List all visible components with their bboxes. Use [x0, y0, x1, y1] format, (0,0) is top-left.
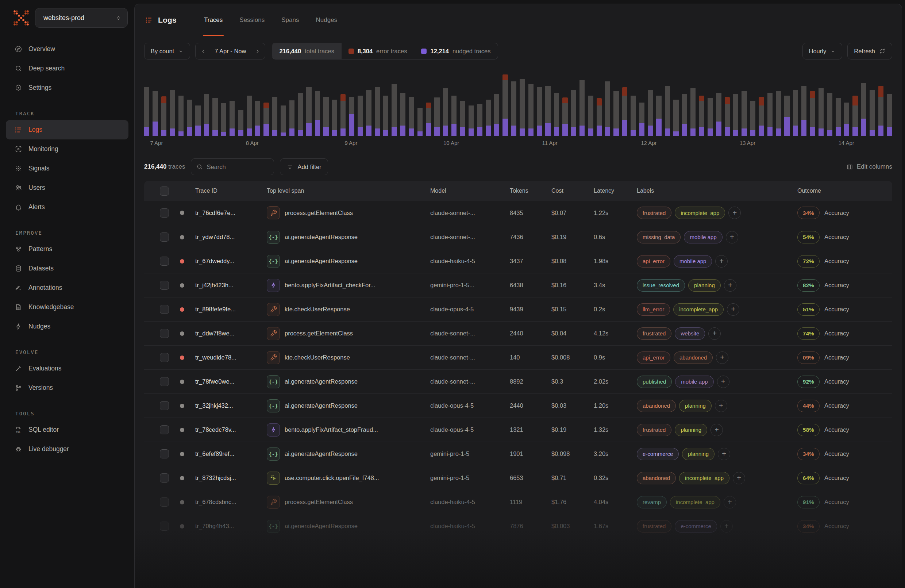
chart-bar[interactable]	[767, 66, 773, 136]
chart-bar[interactable]	[784, 66, 789, 136]
sidebar-item-sql-editor[interactable]: SQLSQL editor	[6, 420, 129, 439]
table-row[interactable]: tr_weudide78...kte.checkUserResponseclau…	[144, 345, 892, 369]
chart-bar[interactable]	[451, 66, 457, 136]
chart-bar[interactable]	[630, 66, 636, 136]
sidebar-item-knowledgebase[interactable]: Knowledgebase	[6, 297, 129, 317]
chart-bar[interactable]	[819, 66, 824, 136]
chart-bar[interactable]	[502, 66, 508, 136]
label-chip[interactable]: llm_error	[637, 303, 670, 316]
chart-bar[interactable]	[776, 66, 781, 136]
label-chip[interactable]: planning	[679, 400, 711, 412]
sidebar-item-live-debugger[interactable]: Live debugger	[6, 439, 129, 459]
chart-bar[interactable]	[178, 66, 184, 136]
add-label-button[interactable]: +	[720, 520, 733, 532]
chart-bar[interactable]	[264, 66, 268, 136]
chart-bar[interactable]	[605, 66, 610, 136]
refresh-button[interactable]: Refresh	[847, 43, 892, 59]
row-checkbox[interactable]	[160, 449, 169, 458]
chart-bar[interactable]	[238, 66, 243, 136]
add-label-button[interactable]: +	[733, 472, 745, 484]
chart-bar[interactable]	[357, 66, 363, 136]
add-label-button[interactable]: +	[708, 327, 721, 340]
chart-bar[interactable]	[511, 66, 516, 136]
add-label-button[interactable]: +	[716, 351, 729, 364]
chart-bar[interactable]	[468, 66, 474, 136]
table-row[interactable]: tr_678cdsbnc...process.getElementClasscl…	[144, 490, 892, 514]
add-label-button[interactable]: +	[715, 400, 727, 412]
chart-bar[interactable]	[529, 66, 533, 136]
search-input[interactable]	[206, 164, 268, 170]
stat-nudged-traces[interactable]: 12,214nudged traces	[414, 43, 497, 59]
table-row[interactable]: tr_70hg4h43...{-}ai.generateAgentRespons…	[144, 514, 892, 538]
chart-bar[interactable]	[460, 66, 465, 136]
label-chip[interactable]: mobile app	[684, 231, 722, 243]
label-chip[interactable]: abandoned	[674, 351, 713, 364]
label-chip[interactable]: frustrated	[637, 207, 672, 219]
chart-bar[interactable]	[571, 66, 576, 136]
chart-bar[interactable]	[306, 66, 311, 136]
chart-bar[interactable]	[887, 66, 892, 136]
chart-bar[interactable]	[580, 66, 584, 136]
add-label-button[interactable]: +	[729, 207, 741, 219]
chart-bar[interactable]	[665, 66, 670, 136]
label-chip[interactable]: incomplete_app	[670, 496, 720, 509]
chart-bar[interactable]	[545, 66, 550, 136]
label-chip[interactable]: e-commerce	[637, 448, 679, 460]
chart-bar[interactable]	[708, 66, 713, 136]
row-checkbox[interactable]	[160, 474, 169, 483]
row-checkbox[interactable]	[160, 353, 169, 362]
table-row[interactable]: tr_32jhkj432...{-}ai.generateAgentRespon…	[144, 394, 892, 418]
row-checkbox[interactable]	[160, 377, 169, 386]
chart-bar[interactable]	[656, 66, 661, 136]
chart-bar[interactable]	[520, 66, 525, 136]
chart-bar[interactable]	[810, 66, 815, 136]
stat-total-traces[interactable]: 216,440total traces	[272, 43, 341, 59]
chart-bar[interactable]	[213, 66, 218, 136]
sidebar-item-monitoring[interactable]: Monitoring	[6, 140, 129, 159]
chart-bar[interactable]	[673, 66, 678, 136]
chart-bar[interactable]	[597, 66, 602, 136]
row-checkbox[interactable]	[160, 329, 169, 338]
chart-bar[interactable]	[272, 66, 277, 136]
chart-bar[interactable]	[392, 66, 397, 136]
chart-bar[interactable]	[204, 66, 209, 136]
chart-bar[interactable]	[733, 66, 738, 136]
table-row[interactable]: tr_ydw7dd78...{-}ai.generateAgentRespons…	[144, 225, 892, 249]
sidebar-item-patterns[interactable]: Patterns	[6, 240, 129, 259]
chart-bar[interactable]	[836, 66, 841, 136]
label-chip[interactable]: published	[637, 375, 672, 388]
chart-bar[interactable]	[152, 66, 158, 136]
chart-bar[interactable]	[494, 66, 499, 136]
chart-bar[interactable]	[230, 66, 235, 136]
chart-bar[interactable]	[332, 66, 337, 136]
add-label-button[interactable]: +	[710, 424, 723, 436]
add-label-button[interactable]: +	[717, 375, 729, 388]
sidebar-item-settings[interactable]: Settings	[6, 78, 129, 97]
add-label-button[interactable]: +	[724, 279, 737, 292]
row-checkbox[interactable]	[160, 521, 169, 531]
chart-bar[interactable]	[366, 66, 371, 136]
label-chip[interactable]: mobile app	[675, 375, 713, 388]
chart-bar[interactable]	[187, 66, 192, 136]
label-chip[interactable]: frustrated	[637, 327, 672, 340]
chart-bar[interactable]	[878, 66, 883, 136]
row-checkbox[interactable]	[160, 401, 169, 410]
sidebar-item-evaluations[interactable]: Evaluations	[6, 359, 129, 378]
chart-bar[interactable]	[409, 66, 414, 136]
tab-sessions[interactable]: Sessions	[231, 4, 273, 36]
chart-bar[interactable]	[827, 66, 832, 136]
edit-columns-button[interactable]: Edit columns	[846, 163, 892, 170]
chart-bar[interactable]	[699, 66, 704, 136]
add-label-button[interactable]: +	[726, 231, 738, 243]
chart-bar[interactable]	[426, 66, 431, 136]
group-by-select[interactable]: By count	[144, 43, 190, 59]
chart-bar[interactable]	[861, 66, 866, 136]
tab-traces[interactable]: Traces	[195, 4, 231, 36]
add-label-button[interactable]: +	[727, 303, 739, 316]
chart-bar[interactable]	[434, 66, 439, 136]
sidebar-item-datasets[interactable]: Datasets	[6, 259, 129, 278]
tab-nudges[interactable]: Nudges	[307, 4, 346, 36]
chart-bar[interactable]	[349, 66, 354, 136]
table-row[interactable]: tr_898fefe9fe...kte.checkUserResponsecla…	[144, 297, 892, 321]
chart-bar[interactable]	[537, 66, 542, 136]
